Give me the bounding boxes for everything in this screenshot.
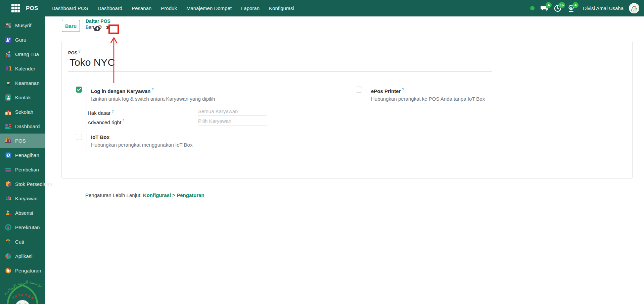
sidebar-item-aplikasi[interactable]: Aplikasi (0, 249, 45, 263)
login-employee-label: Log in dengan Karyawan? (91, 87, 215, 94)
sidebar-item-kontak[interactable]: Kontak (0, 90, 45, 105)
aplikasi-icon (5, 253, 12, 260)
top-menu-item-dashboard-pos[interactable]: Dashboard POS (48, 3, 92, 13)
sidebar-item-label: Karyawan (15, 196, 38, 201)
help-icon: ? (152, 88, 154, 92)
sidebar-item-kalender[interactable]: 31Kalender (0, 61, 45, 76)
messages-badge: 4 (546, 2, 552, 8)
pos-form-card: POS? Toko NYC Log in dengan Karyawan? Iz… (61, 41, 633, 179)
perekrutan-icon (5, 224, 12, 231)
top-menu-item-laporan[interactable]: Laporan (237, 3, 264, 13)
top-menu-item-konfigurasi[interactable]: Konfigurasi (265, 3, 298, 13)
iot-box-checkbox[interactable] (76, 134, 82, 140)
pos-icon (5, 137, 12, 144)
user-menu[interactable]: Divisi Amal Usaha (583, 5, 624, 11)
sidebar-item-label: Dashboard (15, 123, 40, 129)
sidebar-item-perekrutan[interactable]: Perekrutan (0, 220, 45, 235)
sidebar-item-cuti[interactable]: Cuti (0, 235, 45, 249)
keamanan-icon (5, 80, 12, 87)
settings-link[interactable]: Konfigurasi > Pengaturan (143, 192, 204, 198)
sidebar-item-sekolah[interactable]: Sekolah (0, 105, 45, 119)
main-content: Baru Daftar POS Baru ⚙ ✖ POS (45, 16, 644, 304)
orang-tua-icon (5, 51, 12, 58)
epos-printer-label: ePos Printer? (371, 87, 485, 94)
sidebar-item-absensi[interactable]: Absensi (0, 206, 45, 220)
help-icon: ? (402, 88, 404, 92)
sekolah-icon (5, 108, 12, 115)
epos-printer-checkbox[interactable] (356, 87, 362, 93)
svg-text:3: 3 (5, 66, 8, 72)
sidebar-item-label: Kontak (15, 95, 31, 100)
advanced-settings-note: Pengaturan Lebih Lanjut: Konfigurasi > P… (85, 192, 204, 198)
svg-text:$: $ (7, 154, 9, 157)
discard-icon[interactable]: ✖ (106, 24, 110, 31)
sidebar-item-label: POS (15, 138, 26, 144)
svg-text:YAYASAN: YAYASAN (11, 293, 35, 301)
sidebar-item-label: Aplikasi (15, 253, 33, 259)
sidebar-item-guru[interactable]: Guru (0, 33, 45, 47)
sidebar-item-label: Kalender (15, 66, 35, 71)
sales-money-icon[interactable]: $ 4 (566, 3, 576, 13)
sidebar-item-label: Sekolah (15, 109, 33, 115)
cuti-icon (5, 238, 12, 245)
sidebar-item-pos[interactable]: POS (0, 134, 45, 148)
new-button[interactable]: Baru (62, 20, 80, 32)
sidebar-item-pembelian[interactable]: Pembelian (0, 162, 45, 177)
sidebar-item-musyrif[interactable]: Musyrif (0, 18, 45, 33)
musyrif-icon (5, 22, 12, 29)
sidebar-item-label: Keamanan (15, 80, 40, 86)
top-menu-item-dashboard[interactable]: Dashboard (94, 3, 126, 13)
sidebar-item-orang-tua[interactable]: Orang Tua (0, 47, 45, 61)
app-title[interactable]: POS (26, 5, 38, 12)
hak-dasar-input[interactable] (198, 108, 267, 116)
top-menu-item-produk[interactable]: Produk (157, 3, 181, 13)
breadcrumb-parent-link[interactable]: Daftar POS (86, 18, 110, 24)
penagihan-icon: $ (5, 152, 12, 159)
activities-clock-icon[interactable]: 16 (553, 3, 563, 13)
kalender-icon: 31 (5, 65, 12, 72)
pos-name-input[interactable]: Toko NYC (70, 56, 493, 69)
dashboard-icon (5, 123, 12, 130)
svg-text:$: $ (570, 6, 572, 9)
sidebar-item-label: Perekrutan (15, 224, 40, 230)
sales-badge: 4 (572, 2, 579, 8)
top-menu: Dashboard POSDashboardPesananProdukManaj… (48, 3, 298, 13)
svg-text:1: 1 (8, 66, 12, 72)
pos-field-label: POS? (68, 49, 81, 55)
foundation-emblem: مؤسسة التربية الإسلامية YAYASAN (0, 270, 45, 304)
login-employee-checkbox[interactable] (76, 87, 82, 93)
iot-box-desc: Hubungkan perangkat menggunakan IoT Box (91, 142, 192, 148)
messages-icon[interactable]: 4 (539, 3, 549, 13)
save-cloud-icon[interactable] (93, 25, 101, 32)
top-menu-item-manajemen-dompet[interactable]: Manajemen Dompet (182, 3, 236, 13)
iot-box-setting: IoT Box Hubungkan perangkat menggunakan … (76, 134, 192, 151)
stok-icon (5, 181, 12, 188)
help-icon: ? (122, 119, 124, 123)
breadcrumb-divider (83, 20, 83, 31)
avatar[interactable] (629, 3, 639, 13)
sidebar-item-penagihan[interactable]: $Penagihan (0, 148, 45, 162)
sidebar-item-label: Guru (15, 37, 26, 43)
absensi-icon (5, 209, 12, 216)
sidebar-item-stok-persediaan[interactable]: Stok Persediaan (0, 177, 45, 191)
online-status-dot (530, 6, 535, 10)
apps-grid-icon[interactable] (11, 4, 20, 13)
login-employee-desc: Izinkan untuk log & switch antara Karyaw… (91, 96, 215, 102)
top-navbar: POS Dashboard POSDashboardPesananProdukM… (0, 0, 644, 16)
sidebar-item-dashboard[interactable]: Dashboard (0, 119, 45, 134)
help-icon: ? (78, 49, 80, 53)
sidebar-item-label: Orang Tua (15, 51, 39, 57)
advanced-right-label: Advanced right? (88, 119, 124, 125)
sidebar-item-label: Cuti (15, 239, 24, 245)
sidebar-item-keamanan[interactable]: Keamanan (0, 76, 45, 90)
top-menu-item-pesanan[interactable]: Pesanan (128, 3, 155, 13)
sidebar-item-label: Absensi (15, 210, 33, 216)
karyawan-icon (5, 195, 12, 202)
sidebar-item-karyawan[interactable]: Karyawan (0, 191, 45, 206)
hak-dasar-label: Hak dasar? (88, 109, 114, 116)
breadcrumb-bar: Baru Daftar POS Baru ⚙ ✖ (45, 16, 644, 41)
pembelian-icon (5, 166, 12, 173)
advanced-right-input[interactable] (198, 117, 267, 125)
sidebar: MusyrifGuruOrang Tua31KalenderKeamananKo… (0, 16, 45, 304)
epos-printer-desc: Hubungkan perangkat ke POS Anda tanpa Io… (371, 96, 485, 102)
